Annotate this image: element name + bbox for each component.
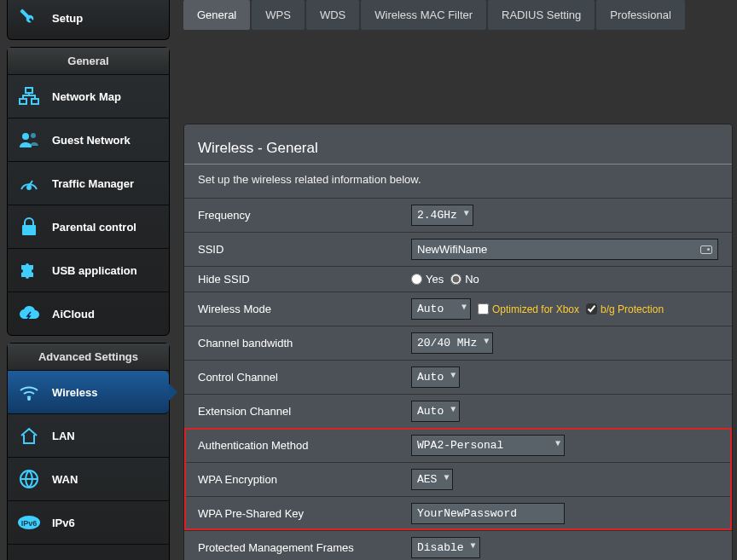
input-ssid-value: NewWifiName: [417, 243, 487, 256]
sidebar-item-label: USB application: [52, 264, 137, 277]
lock-icon: [16, 216, 42, 238]
label-hide-ssid: Hide SSID: [198, 273, 411, 286]
sidebar-item-vpn[interactable]: VPN: [8, 545, 169, 560]
cloud-icon: [16, 303, 42, 325]
panel-title: Wireless - General: [184, 124, 732, 164]
sidebar-item-parental-control[interactable]: Parental control: [8, 205, 169, 249]
label-channel-bw: Channel bandwidth: [198, 337, 411, 349]
select-channel-bw[interactable]: 20/40 MHz: [411, 332, 493, 354]
sidebar-item-ipv6[interactable]: IPv6 IPv6: [8, 501, 169, 545]
vpn-icon: [16, 555, 42, 560]
label-auth-method: Authentication Method: [198, 439, 411, 452]
svg-point-7: [28, 398, 30, 400]
sidebar-item-label: Parental control: [52, 221, 136, 234]
sidebar-item-aicloud[interactable]: AiCloud: [8, 292, 169, 335]
input-wpa-psk[interactable]: YourNewPassword: [411, 503, 565, 524]
label-frequency: Frequency: [198, 209, 411, 222]
wifi-icon: [16, 381, 42, 403]
radio-hide-ssid-yes[interactable]: Yes: [411, 273, 444, 286]
sidebar-item-label: LAN: [52, 430, 75, 442]
checkbox-xbox[interactable]: Optimized for Xbox: [478, 303, 579, 315]
sidebar-item-network-map[interactable]: Network Map: [8, 75, 169, 118]
radio-hide-ssid-no[interactable]: No: [450, 273, 479, 286]
sidebar-item-wireless[interactable]: Wireless: [8, 371, 169, 414]
sidebar-item-label: IPv6: [52, 517, 75, 529]
select-frequency[interactable]: 2.4GHz: [411, 205, 473, 226]
sidebar-item-label: Network Map: [52, 90, 121, 103]
select-pmf[interactable]: Disable: [411, 537, 480, 558]
svg-rect-1: [20, 99, 26, 104]
svg-rect-0: [26, 88, 32, 93]
label-pmf: Protected Management Frames: [198, 541, 411, 554]
network-icon: [16, 85, 42, 107]
select-wireless-mode[interactable]: Auto: [411, 298, 471, 320]
checkbox-bg-protection[interactable]: b/g Protection: [586, 303, 664, 315]
panel-description: Set up the wireless related information …: [184, 173, 732, 198]
label-control-channel: Control Channel: [198, 371, 411, 384]
tab-radius[interactable]: RADIUS Setting: [488, 0, 595, 30]
svg-point-5: [27, 186, 31, 189]
label-wpa-encryption: WPA Encryption: [198, 473, 411, 486]
sidebar-item-label: AiCloud: [52, 308, 95, 320]
label-wireless-mode: Wireless Mode: [198, 303, 411, 315]
sidebar-item-label: Setup: [52, 12, 83, 25]
tab-wds[interactable]: WDS: [306, 0, 359, 30]
home-icon: [16, 424, 42, 447]
label-ssid: SSID: [198, 243, 411, 256]
tab-wps[interactable]: WPS: [252, 0, 305, 30]
puzzle-icon: [16, 259, 42, 281]
tab-mac-filter[interactable]: Wireless MAC Filter: [361, 0, 486, 30]
input-ssid[interactable]: NewWifiName: [411, 239, 718, 260]
svg-rect-2: [32, 99, 38, 104]
svg-point-4: [31, 133, 36, 138]
divider: [184, 164, 732, 165]
svg-point-3: [22, 133, 29, 140]
sidebar-item-wan[interactable]: WAN: [8, 458, 169, 501]
tab-professional[interactable]: Professional: [596, 0, 685, 30]
sidebar-item-setup[interactable]: Setup: [8, 0, 169, 39]
svg-rect-6: [22, 225, 36, 235]
sidebar-general-header: General: [8, 48, 169, 75]
select-auth-method[interactable]: WPA2-Personal: [411, 435, 565, 456]
sidebar-item-label: WAN: [52, 473, 78, 486]
wrench-icon: [16, 7, 42, 29]
label-wpa-psk: WPA Pre-Shared Key: [198, 507, 411, 520]
sidebar-item-label: Guest Network: [52, 134, 131, 147]
sidebar-item-lan[interactable]: LAN: [8, 414, 169, 458]
globe-icon: [16, 468, 42, 490]
guest-icon: [16, 129, 42, 151]
card-icon: [700, 245, 712, 254]
select-extension-channel[interactable]: Auto: [411, 401, 460, 422]
gauge-icon: [16, 172, 42, 194]
svg-text:IPv6: IPv6: [21, 519, 38, 528]
select-wpa-encryption[interactable]: AES: [411, 469, 453, 490]
tab-general[interactable]: General: [183, 0, 250, 30]
sidebar-item-label: Traffic Manager: [52, 177, 134, 190]
sidebar-advanced-header: Advanced Settings: [8, 344, 169, 371]
label-extension-channel: Extension Channel: [198, 405, 411, 418]
sidebar-item-traffic-manager[interactable]: Traffic Manager: [8, 162, 169, 205]
sidebar-item-guest-network[interactable]: Guest Network: [8, 118, 169, 162]
select-control-channel[interactable]: Auto: [411, 367, 460, 388]
sidebar-item-usb-application[interactable]: USB application: [8, 249, 169, 292]
sidebar-item-label: Wireless: [52, 386, 97, 399]
ipv6-icon: IPv6: [16, 511, 42, 534]
